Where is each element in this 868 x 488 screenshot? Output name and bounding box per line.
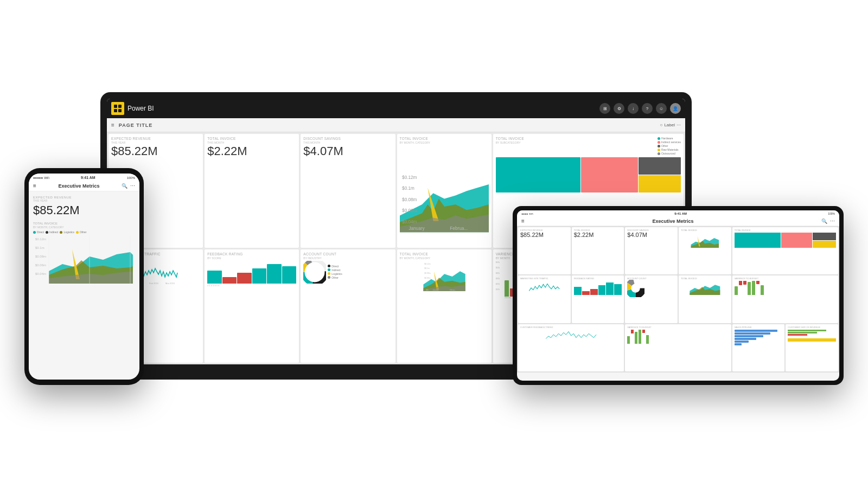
svg-text:Februa...: Februa... — [449, 289, 456, 291]
account-count-card: Account Count BY INDUSTRY — [301, 249, 395, 363]
phone-legend: Direct Indirect Logistics Other — [33, 230, 135, 234]
svg-text:$0.08m: $0.08m — [424, 272, 430, 274]
t-customer-size: Customer Size vs Revenue — [786, 324, 838, 371]
scene: Power BI ⊞ ⚙ ↓ ? ☺ 👤 ≡ PAGE TITLE ○ Labe… — [0, 0, 868, 488]
t-invoice-card: Total Invoice $2.22M — [572, 227, 624, 274]
phone-expected-sub: THIS YEAR — [33, 199, 135, 202]
svg-text:January: January — [432, 289, 438, 291]
t-subcategory-card: Total Invoice — [732, 227, 838, 274]
phone-time: 9:41 AM — [81, 176, 95, 179]
svg-text:$0.12m: $0.12m — [402, 175, 417, 180]
phone-expected-value: $85.22M — [33, 203, 135, 217]
feedback-icon[interactable]: ☺ — [656, 103, 667, 114]
total-invoice-card: Total Invoice THIS MONTH $2.22M — [205, 134, 299, 248]
svg-text:$0.1m: $0.1m — [424, 267, 430, 269]
t-customer-trend: Customer feedback Trend — [518, 324, 624, 371]
svg-text:$0.1m: $0.1m — [35, 246, 44, 249]
svg-point-53 — [631, 284, 640, 293]
svg-text:$0.04m: $0.04m — [35, 272, 46, 275]
tablet-more-icon[interactable]: ⋯ — [830, 219, 835, 224]
phone-invoice-sub: BY MONTH, CATEGORY — [33, 226, 135, 229]
settings-icon[interactable]: ⚙ — [614, 103, 624, 114]
phone-navbar: ≡ Executive Metrics 🔍 ⋯ — [29, 181, 139, 191]
t-feedback-card: Feedback Rating — [572, 275, 624, 323]
account-count-title: Account Count — [303, 252, 392, 256]
label-button[interactable]: ○ Label ⋯ — [660, 123, 681, 127]
svg-text:$0.06m: $0.06m — [424, 277, 430, 279]
t-variance2: Varience to Budget — [625, 324, 731, 371]
expected-revenue-label: Expected Revenue — [111, 137, 200, 140]
svg-text:$0.08m: $0.08m — [402, 197, 417, 202]
tablet-time: 9:41 AM — [674, 212, 687, 215]
phone-battery: 100% — [127, 176, 135, 179]
svg-text:$0.06m: $0.06m — [35, 264, 46, 267]
svg-text:$0.1m: $0.1m — [402, 186, 414, 191]
svg-text:$0.04m: $0.04m — [402, 220, 417, 224]
t-variance-card: Varience to Budget — [732, 275, 838, 323]
phone-invoice-label: Total Invoice — [33, 222, 135, 225]
phone-app-title: Executive Metrics — [36, 183, 122, 189]
t-expected-card: Expected Revenue $85.22M — [518, 227, 571, 274]
total-invoice-month-card: Total Invoice BY MONTH, CATEGORY — [397, 134, 492, 248]
discount-savings-card: Discount Savings THIS MONTH $4.07M — [301, 134, 395, 248]
svg-text:$0.06m: $0.06m — [402, 208, 417, 213]
t-traffic-card: Marketing Site Traffic — [518, 275, 571, 323]
svg-text:Februa...: Februa... — [450, 226, 468, 231]
tablet-battery: 100% — [828, 212, 835, 215]
svg-point-22 — [309, 266, 320, 277]
svg-text:$0.12m: $0.12m — [424, 262, 430, 265]
help-icon[interactable]: ? — [642, 103, 653, 114]
tablet-navbar: ≡ Executive Metrics 🔍 ⋯ — [517, 216, 839, 226]
powerbi-subbar: ≡ PAGE TITLE ○ Label ⋯ — [107, 118, 685, 132]
t-invoice2-card: Total Invoice — [679, 275, 731, 323]
tablet-search-icon[interactable]: 🔍 — [821, 219, 827, 224]
page-title: PAGE TITLE — [119, 123, 660, 128]
phone-area-chart: $0.12m $0.1m $0.08m $0.06m $0.04m — [33, 236, 135, 285]
download-icon[interactable]: ↓ — [628, 103, 639, 114]
phone-left: ●●●●● WiFi 9:41 AM 100% ≡ Executive Metr… — [24, 168, 144, 385]
phone-search-icon[interactable]: 🔍 — [122, 183, 127, 189]
tablet-screen: ●●●● WiFi 9:41 AM 100% ≡ Executive Metri… — [517, 210, 839, 381]
svg-text:January: January — [409, 226, 425, 231]
t-sales-pipeline: Sales Pipeline — [732, 324, 785, 371]
user-avatar[interactable]: 👤 — [670, 103, 681, 114]
tablet-right: ●●●● WiFi 9:41 AM 100% ≡ Executive Metri… — [513, 206, 844, 385]
powerbi-logo — [111, 102, 124, 115]
t-account-card: Account Count — [625, 275, 678, 323]
tablet-status-bar: ●●●● WiFi 9:41 AM 100% — [517, 210, 839, 216]
phone-status-bar: ●●●●● WiFi 9:41 AM 100% — [29, 174, 139, 181]
powerbi-topbar: Power BI ⊞ ⚙ ↓ ? ☺ 👤 — [107, 99, 685, 118]
feedback-rating-card: Feedback Rating BY SCORE 0 1 2 3 4 5 6 — [205, 249, 299, 363]
svg-text:$0.12m: $0.12m — [35, 237, 46, 241]
expected-revenue-value: $85.22M — [111, 145, 200, 157]
svg-text:Mar 2016: Mar 2016 — [165, 282, 175, 285]
svg-text:$0k: $0k — [426, 289, 429, 291]
powerbi-title: Power BI — [127, 105, 599, 112]
topbar-icons: ⊞ ⚙ ↓ ? ☺ 👤 — [599, 103, 681, 114]
phone-screen: ●●●●● WiFi 9:41 AM 100% ≡ Executive Metr… — [29, 174, 139, 380]
t-discount-card: Discount Savings $4.07M — [625, 227, 678, 274]
tablet-dashboard: Expected Revenue $85.22M Total Invoice $… — [517, 226, 839, 373]
hamburger-icon[interactable]: ≡ — [111, 122, 114, 128]
tablet-app-title: Executive Metrics — [525, 219, 821, 224]
svg-text:$0.08m: $0.08m — [35, 255, 46, 258]
phone-more-icon[interactable]: ⋯ — [130, 183, 135, 189]
grid-icon[interactable]: ⊞ — [599, 103, 610, 114]
t-invoice-chart: Total Invoice — [679, 227, 731, 274]
total-invoice2-card: Total Invoice BY MONTH, CATEGORY $0.12m … — [397, 249, 492, 363]
phone-content: Expected Revenue THIS YEAR $85.22M Total… — [29, 191, 139, 291]
svg-text:Feb 2016: Feb 2016 — [149, 282, 159, 285]
